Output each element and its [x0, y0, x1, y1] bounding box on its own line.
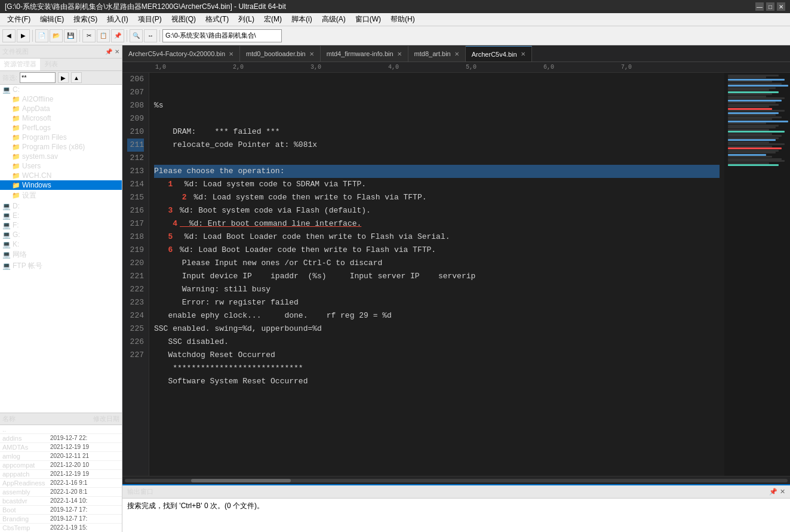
maximize-button[interactable]: □	[766, 2, 774, 11]
list-item[interactable]: appcompat2021-12-20 10	[0, 461, 122, 470]
tab-close-button[interactable]: ✕	[229, 51, 233, 57]
tree-item-label: WCH.CN	[22, 171, 51, 180]
tree-item-K[interactable]: 💻K:	[0, 239, 122, 249]
tree-item-E[interactable]: 💻E:	[0, 211, 122, 220]
menu-item-t[interactable]: 格式(T)	[201, 13, 233, 26]
toolbar-copy[interactable]: 📋	[97, 29, 110, 42]
path-box[interactable]: G:\0-系统安装\路由器刷机集合\	[162, 29, 282, 42]
list-item[interactable]: amlog2020-12-11 21	[0, 452, 122, 461]
editor-tab-ArcherC5v4bin[interactable]: ArcherC5v4.bin✕	[466, 46, 532, 61]
folder-icon: 📁	[12, 153, 20, 161]
menu-item-e[interactable]: 编辑(E)	[35, 13, 69, 26]
tree-item-Windows[interactable]: 📁Windows	[0, 180, 122, 190]
tree-item-C[interactable]: 💻C:	[0, 85, 122, 94]
tab-list[interactable]: 列表	[41, 59, 62, 70]
editor-tab-mtd0bootloaderbin[interactable]: mtd0_bootloader.bin✕	[240, 46, 321, 61]
list-item[interactable]: bcastdvr2022-1-14 10:	[0, 497, 122, 506]
line-numbers: 2062072082092102112122132142152162172182…	[122, 73, 149, 476]
toolbar-save[interactable]: 💾	[64, 29, 77, 42]
list-item-date: 2021-12-19 19	[50, 444, 119, 451]
toolbar-forward[interactable]: ▶	[17, 29, 30, 42]
list-item[interactable]: addins2019-12-7 22:	[0, 434, 122, 443]
tree-item-Users[interactable]: 📁Users	[0, 161, 122, 171]
close-button[interactable]: ✕	[777, 2, 785, 11]
tab-close-button[interactable]: ✕	[454, 51, 459, 57]
tree-item-ProgramFiles[interactable]: 📁Program Files	[0, 133, 122, 142]
code-area[interactable]: 2062072082092102112122132142152162172182…	[122, 73, 790, 476]
toolbar-replace[interactable]: ↔	[144, 29, 157, 42]
menu-bar: 文件(F)编辑(E)搜索(S)插入(I)项目(P)视图(Q)格式(T)列(L)宏…	[0, 13, 790, 26]
menu-item-m[interactable]: 宏(M)	[259, 13, 287, 26]
tree-item-AppData[interactable]: 📁AppData	[0, 104, 122, 113]
filter-input[interactable]	[20, 72, 56, 83]
h-scroll-track[interactable]	[125, 479, 788, 482]
code-text-after: %d: Load Boot Loader code then write to …	[175, 244, 436, 257]
editor-tab-mtd4firmwareinfobin[interactable]: mtd4_firmware-info.bin✕	[321, 46, 408, 61]
tree-item-Microsoft[interactable]: 📁Microsoft	[0, 113, 122, 123]
list-item[interactable]: Branding2019-12-7 17:	[0, 515, 122, 524]
code-text: relocate_code Pointer at: %081x	[154, 139, 317, 152]
tree-item-label: PerfLogs	[22, 124, 51, 132]
tree-item-D[interactable]: 💻D:	[0, 201, 122, 211]
tree-item-[interactable]: 💻网络	[0, 249, 122, 260]
output-pin-icon[interactable]: 📌	[769, 488, 777, 496]
editor-tab-mtd8artbin[interactable]: mtd8_art.bin✕	[408, 46, 466, 61]
close-panel-icon[interactable]: ✕	[115, 48, 119, 55]
list-item-date: 2019-12-7 17:	[50, 506, 119, 513]
list-item[interactable]: AMDTAs2021-12-19 19	[0, 443, 122, 452]
menu-item-a[interactable]: 高级(A)	[317, 13, 351, 26]
tree-item-ProgramFilesx86[interactable]: 📁Program Files (x86)	[0, 142, 122, 152]
list-item[interactable]: assembly2022-1-20 8:1	[0, 488, 122, 497]
folder-icon: 📁	[12, 105, 20, 113]
toolbar-new[interactable]: 📄	[35, 29, 48, 42]
horizontal-scrollbar[interactable]	[122, 476, 790, 484]
menu-item-l[interactable]: 列(L)	[233, 13, 259, 26]
tree-item-PerfLogs[interactable]: 📁PerfLogs	[0, 123, 122, 133]
tree-item-AI2Offline[interactable]: 📁AI2Offline	[0, 94, 122, 104]
toolbar-paste[interactable]: 📌	[111, 29, 124, 42]
filter-up-button[interactable]: ▲	[71, 72, 82, 83]
toolbar-open[interactable]: 📂	[50, 29, 63, 42]
list-item[interactable]: Boot2019-12-7 17:	[0, 506, 122, 515]
tree-item-F[interactable]: 💻F:	[0, 220, 122, 230]
code-line: Warning: still busy	[154, 283, 720, 296]
output-label: 输出窗口	[127, 487, 153, 496]
tab-close-button[interactable]: ✕	[309, 51, 314, 57]
tree-item-G[interactable]: 💻G:	[0, 230, 122, 239]
menu-item-s[interactable]: 搜索(S)	[69, 13, 102, 26]
code-content[interactable]: %s DRAM: *** failed *** relocate_code Po…	[149, 73, 724, 476]
list-item-name: Boot	[2, 506, 50, 513]
tree-item-label: G:	[13, 230, 20, 239]
editor-tab-ArcherC5v4Factory0x20000bin[interactable]: ArcherC5v4-Factory-0x20000.bin✕	[122, 46, 240, 61]
list-item[interactable]: ..	[0, 425, 122, 434]
code-line: relocate_code Pointer at: %081x	[154, 139, 720, 152]
menu-item-i[interactable]: 脚本(i)	[287, 13, 317, 26]
code-text: Warning: still busy	[154, 283, 270, 296]
list-item[interactable]: AppReadiness2022-1-16 9:1	[0, 479, 122, 488]
tree-item-systemsav[interactable]: 📁system.sav	[0, 152, 122, 161]
tree-item-[interactable]: 📁设置	[0, 190, 122, 201]
tree-item-FTP[interactable]: 💻FTP 帐号	[0, 260, 122, 272]
tab-resource-manager[interactable]: 资源管理器	[0, 59, 40, 70]
list-item[interactable]: apppatch2021-12-19 19	[0, 470, 122, 479]
col-date-header: 修改日期	[61, 414, 119, 423]
toolbar-find[interactable]: 🔍	[130, 29, 143, 42]
ruler-mark-1: 1,0	[155, 64, 233, 70]
menu-item-q[interactable]: 视图(Q)	[167, 13, 201, 26]
toolbar-cut[interactable]: ✂	[82, 29, 96, 42]
tree-item-WCHCN[interactable]: 📁WCH.CN	[0, 171, 122, 180]
tab-close-button[interactable]: ✕	[397, 51, 402, 57]
list-item[interactable]: CbsTemp2022-1-19 15:	[0, 524, 122, 532]
filter-apply-button[interactable]: ▶	[58, 72, 69, 83]
menu-item-i[interactable]: 插入(I)	[102, 13, 133, 26]
minimize-button[interactable]: —	[755, 2, 764, 11]
output-close-icon[interactable]: ✕	[780, 488, 785, 496]
toolbar-back[interactable]: ◀	[2, 29, 16, 42]
h-scroll-thumb[interactable]	[191, 479, 291, 482]
list-item-name: AMDTAs	[2, 444, 50, 451]
menu-item-w[interactable]: 窗口(W)	[351, 13, 386, 26]
menu-item-h[interactable]: 帮助(H)	[386, 13, 420, 26]
menu-item-f[interactable]: 文件(F)	[2, 13, 35, 26]
tab-close-button[interactable]: ✕	[521, 51, 525, 57]
menu-item-p[interactable]: 项目(P)	[133, 13, 167, 26]
